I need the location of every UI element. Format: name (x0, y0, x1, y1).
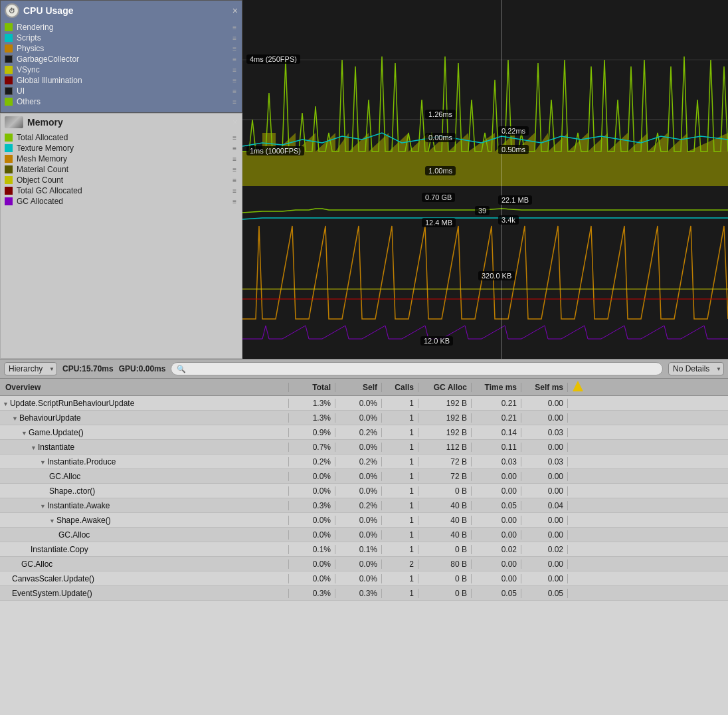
cpu-chart: 4ms (250FPS) 1ms (1000FPS) 1.26ms 0.00ms… (242, 0, 728, 186)
cpu-close-button[interactable]: × (232, 5, 238, 16)
material-count-label: Material Count (17, 165, 68, 174)
gi-color (5, 76, 13, 84)
label-4ms: 4ms (250FPS) (246, 54, 300, 64)
cell-selfms: 0.00 (521, 486, 568, 496)
table-row[interactable]: GC.Alloc 0.0% 0.0% 1 40 B 0.00 0.00 (0, 528, 728, 542)
row-name: EventSystem.Update() (12, 589, 92, 598)
cell-total: 0.0% (289, 574, 335, 583)
cell-selfms: 0.04 (521, 501, 568, 510)
cell-total: 1.3% (289, 413, 335, 423)
cell-overview: Instantiate.Copy (0, 545, 289, 554)
scripts-lines: ≡ (232, 35, 238, 42)
row-name: Shape.Awake() (56, 516, 111, 525)
cell-self: 0.0% (335, 486, 382, 496)
table-row[interactable]: Shape..ctor() 0.0% 0.0% 1 0 B 0.00 0.00 (0, 484, 728, 498)
table-row[interactable]: ▼BehaviourUpdate 1.3% 0.0% 1 192 B 0.21 … (0, 411, 728, 425)
cell-overview: GC.Alloc (0, 560, 289, 569)
row-name: Update.ScriptRunBehaviourUpdate (10, 399, 134, 408)
cell-selfms: 0.00 (521, 472, 568, 481)
expand-down-icon: ▼ (40, 459, 46, 466)
total-alloc-lines: ≡ (232, 134, 238, 142)
cell-gcalloc: 40 B (418, 501, 472, 510)
cell-timems: 0.05 (472, 501, 521, 510)
cell-self: 0.0% (335, 560, 382, 569)
table-row[interactable]: GC.Alloc 0.0% 0.0% 1 72 B 0.00 0.00 (0, 469, 728, 484)
row-name: GC.Alloc (21, 560, 52, 569)
cell-self: 0.0% (335, 516, 382, 525)
texture-mem-color (5, 144, 13, 152)
cell-timems: 0.21 (472, 399, 521, 408)
material-count-lines: ≡ (232, 166, 238, 173)
legend-object-count: Object Count ≡ (5, 175, 238, 185)
expand-down-icon: ▼ (49, 518, 55, 524)
others-color (5, 98, 13, 106)
table-row[interactable]: GC.Alloc 0.0% 0.0% 2 80 B 0.00 0.00 (0, 557, 728, 571)
cell-selfms: 0.00 (521, 443, 568, 452)
object-count-color (5, 176, 13, 184)
table-row[interactable]: EventSystem.Update() 0.3% 0.3% 1 0 B 0.0… (0, 586, 728, 601)
legend-gc: GarbageCollector ≡ (5, 54, 238, 64)
cell-timems: 0.00 (472, 472, 521, 481)
cell-selfms: 0.00 (521, 399, 568, 408)
cell-gcalloc: 0 B (418, 574, 472, 583)
cpu-title-bar: ⏱ CPU Usage × (5, 3, 238, 18)
no-details-select[interactable]: No Details (668, 362, 724, 375)
cell-selfms: 0.02 (521, 545, 568, 554)
cell-self: 0.1% (335, 545, 382, 554)
mesh-mem-lines: ≡ (232, 155, 238, 163)
legend-vsync: VSync ≡ (5, 64, 238, 75)
no-details-select-wrapper[interactable]: No Details ▼ (668, 362, 724, 375)
material-count-color (5, 165, 13, 173)
memory-title-bar: Memory × (5, 116, 238, 128)
table-row[interactable]: Instantiate.Copy 0.1% 0.1% 1 0 B 0.02 0.… (0, 542, 728, 557)
label-1ms: 1ms (1000FPS) (246, 146, 304, 155)
cell-gcalloc: 40 B (418, 516, 472, 525)
table-row[interactable]: ▼Instantiate.Produce 0.2% 0.2% 1 72 B 0.… (0, 455, 728, 469)
cell-calls: 1 (382, 574, 418, 583)
clock-icon: ⏱ (5, 3, 19, 18)
cell-gcalloc: 80 B (418, 560, 472, 569)
search-input[interactable] (171, 362, 663, 375)
cell-selfms: 0.00 (521, 560, 568, 569)
cell-selfms: 0.00 (521, 530, 568, 540)
memory-panel-title: Memory (5, 116, 63, 128)
cpu-time-label: CPU:15.70ms (62, 364, 114, 373)
cpu-panel: ⏱ CPU Usage × Rendering ≡ Scripts ≡ (0, 0, 242, 113)
cell-timems: 0.00 (472, 516, 521, 525)
row-name: Shape..ctor() (49, 486, 95, 496)
cell-calls: 1 (382, 501, 418, 510)
cell-total: 0.9% (289, 428, 335, 437)
cell-overview: ▼BehaviourUpdate (0, 413, 289, 423)
cell-overview: GC.Alloc (0, 530, 289, 540)
memory-icon (5, 116, 23, 128)
cell-self: 0.0% (335, 574, 382, 583)
table-row[interactable]: CanvasScaler.Update() 0.0% 0.0% 1 0 B 0.… (0, 571, 728, 586)
cell-total: 0.0% (289, 472, 335, 481)
label-126ms: 1.26ms (425, 110, 456, 119)
table-row[interactable]: ▼Instantiate 0.7% 0.0% 1 112 B 0.11 0.00 (0, 440, 728, 455)
cell-calls: 1 (382, 545, 418, 554)
ui-color (5, 87, 13, 95)
hierarchy-select[interactable]: Hierarchy (4, 362, 57, 375)
table-row[interactable]: ▼Game.Update() 0.9% 0.2% 1 192 B 0.14 0.… (0, 425, 728, 440)
cell-gcalloc: 0 B (418, 589, 472, 598)
header-gcalloc: GC Alloc (418, 383, 472, 392)
gc-color (5, 55, 13, 63)
table-row[interactable]: ▼Instantiate.Awake 0.3% 0.2% 1 40 B 0.05… (0, 498, 728, 513)
table-row[interactable]: ▼Shape.Awake() 0.0% 0.0% 1 40 B 0.00 0.0… (0, 513, 728, 528)
memory-close-button[interactable]: × (232, 117, 238, 128)
table-row[interactable]: ▼Update.ScriptRunBehaviourUpdate 1.3% 0.… (0, 396, 728, 411)
total-alloc-color (5, 134, 13, 142)
cell-selfms: 0.00 (521, 574, 568, 583)
top-area: ⏱ CPU Usage × Rendering ≡ Scripts ≡ (0, 0, 728, 359)
legend-scripts: Scripts ≡ (5, 33, 238, 43)
hierarchy-select-wrapper[interactable]: Hierarchy ▼ (4, 362, 57, 375)
expand-down-icon: ▼ (31, 445, 37, 451)
label-050ms: 0.50ms (498, 145, 529, 154)
label-000ms: 0.00ms (425, 133, 456, 142)
label-221mb: 22.1 MB (498, 195, 532, 205)
vsync-lines: ≡ (232, 66, 238, 74)
gi-label: Global Illumination (17, 76, 82, 85)
expand-down-icon: ▼ (40, 503, 46, 510)
left-panels: ⏱ CPU Usage × Rendering ≡ Scripts ≡ (0, 0, 242, 359)
